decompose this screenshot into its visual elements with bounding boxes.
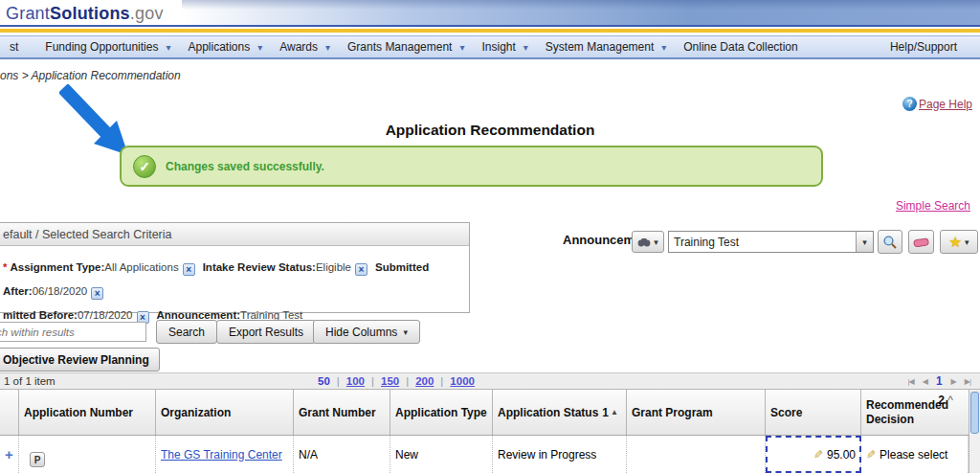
header-application-type[interactable]: Application Type: [390, 390, 493, 435]
table-scrollbar[interactable]: [969, 390, 980, 473]
breadcrumb: ons > Application Recommendation: [0, 69, 181, 82]
item-count: 1 of 1 item: [4, 375, 56, 387]
header-expander: [0, 390, 19, 435]
search-within-results-input[interactable]: [0, 322, 146, 342]
nav-item-online-data-collection[interactable]: Online Data Collection: [674, 40, 807, 54]
success-check-icon: ✓: [133, 155, 156, 178]
nav-item-awards[interactable]: Awards: [270, 40, 327, 54]
chip-value: 06/18/2020: [33, 285, 88, 297]
criteria-chip-list: *Assignment Type:All Applications×Intake…: [0, 246, 469, 327]
last-page-icon[interactable]: ▶|: [965, 377, 970, 386]
nav-item-fragment[interactable]: st: [0, 40, 28, 54]
recommended-decision-value: Please select: [880, 448, 947, 462]
nav-item-system-management[interactable]: System Management: [536, 40, 663, 54]
announcement-search-button[interactable]: [878, 230, 902, 254]
hide-columns-button[interactable]: Hide Columns▾: [313, 320, 420, 344]
recommended-decision-cell[interactable]: ✎Please select: [861, 436, 969, 473]
p-badge-button[interactable]: P: [30, 452, 45, 467]
pagination-bar: 1 of 1 item 50 | 100 | 150 | 200 | 1000 …: [0, 372, 980, 390]
separator: |: [440, 375, 443, 387]
page-help: ? Page Help: [902, 97, 972, 111]
first-page-icon[interactable]: |◀: [908, 377, 914, 386]
column-label: Grant Number: [299, 406, 376, 419]
chip-label: Assignment Type:: [10, 261, 104, 273]
table-header-row: Application Number Organization Grant Nu…: [0, 390, 969, 436]
select-dropdown-button[interactable]: ▾: [856, 232, 873, 252]
page-size-50[interactable]: 50: [318, 375, 330, 387]
announcement-favorites-button[interactable]: ★ ▾: [940, 230, 978, 254]
simple-search-link[interactable]: Simple Search: [896, 199, 970, 213]
edit-pencil-icon[interactable]: ✎: [866, 448, 876, 462]
results-table: Application Number Organization Grant Nu…: [0, 390, 980, 473]
column-label: Score: [770, 406, 802, 419]
chevron-down-icon[interactable]: ▾: [325, 42, 330, 53]
nav-item-applications[interactable]: Applications: [178, 40, 259, 54]
announcement-clear-button[interactable]: [908, 230, 934, 254]
binoculars-icon: [637, 237, 651, 247]
column-label: Organization: [161, 406, 231, 419]
chevron-down-icon: ▾: [403, 327, 408, 337]
remove-filter-icon[interactable]: ×: [91, 287, 103, 300]
grant-program-cell: [627, 436, 766, 473]
export-results-button[interactable]: Export Results: [216, 320, 316, 344]
criteria-panel-header: efault / Selected Search Criteria: [0, 223, 469, 246]
hide-columns-label: Hide Columns: [325, 326, 397, 339]
header-organization[interactable]: Organization: [156, 390, 294, 435]
chip-label: Intake Review Status:: [203, 261, 316, 273]
pager-controls: |◀ ◀ 1 ▶ ▶|: [908, 374, 970, 388]
chevron-down-icon[interactable]: ▾: [257, 42, 262, 53]
header-application-status[interactable]: Application Status1▲: [493, 390, 627, 435]
prev-page-icon[interactable]: ◀: [923, 377, 927, 386]
score-value: 95.00: [827, 448, 856, 462]
announcement-mode-button[interactable]: ▾: [632, 231, 664, 253]
chevron-down-icon[interactable]: ▾: [459, 42, 464, 53]
success-banner: ✓ Changes saved successfully.: [120, 146, 823, 187]
header-application-number[interactable]: Application Number: [19, 390, 156, 435]
remove-filter-icon[interactable]: ×: [355, 263, 368, 276]
organization-link[interactable]: The GS Training Center: [161, 448, 282, 462]
separator: |: [406, 375, 409, 387]
page-size-links: 50 | 100 | 150 | 200 | 1000: [318, 375, 475, 387]
sort-caret-icon: ^: [947, 394, 953, 407]
logo-gov: .gov: [130, 4, 164, 23]
nav-item-funding-opportunities[interactable]: Funding Opportunities: [35, 40, 167, 54]
objective-review-planning-button[interactable]: Objective Review Planning: [0, 348, 160, 372]
nav-item-help-support[interactable]: Help/Support: [880, 40, 967, 54]
expand-row-icon[interactable]: +: [5, 446, 13, 462]
announcement-select[interactable]: Training Test ▾: [668, 231, 874, 253]
page-size-1000[interactable]: 1000: [450, 375, 475, 387]
nav-item-grants-management[interactable]: Grants Management: [338, 40, 461, 54]
header-score[interactable]: Score: [766, 390, 861, 435]
chip-label: mitted Before:: [3, 309, 78, 321]
column-label: Application Number: [24, 406, 133, 419]
edit-pencil-icon[interactable]: ✎: [813, 448, 823, 462]
header-grant-program[interactable]: Grant Program: [627, 390, 766, 435]
chevron-down-icon[interactable]: ▾: [166, 42, 170, 53]
score-cell[interactable]: ✎95.00: [766, 436, 861, 473]
search-button[interactable]: Search: [156, 320, 217, 344]
next-page-icon[interactable]: ▶: [951, 377, 956, 386]
chevron-down-icon: ▾: [965, 237, 969, 247]
page-size-150[interactable]: 150: [381, 375, 399, 387]
search-criteria-panel: efault / Selected Search Criteria *Assig…: [0, 222, 470, 313]
chip-value: 07/18/2020: [78, 309, 133, 321]
gold-stripe: [0, 29, 980, 33]
logo-grant: Grant: [6, 4, 50, 23]
chevron-down-icon[interactable]: ▾: [661, 42, 666, 53]
application-number-cell: P: [19, 436, 156, 473]
star-icon: ★: [949, 234, 962, 251]
header-grant-number[interactable]: Grant Number: [294, 390, 390, 435]
chevron-down-icon: ▾: [862, 237, 867, 247]
application-recommendation-page: GrantSolutions.gov st Funding Opportunit…: [0, 0, 980, 473]
header-recommended-decision[interactable]: Recommended Decision2 ^: [861, 390, 969, 435]
nav-item-insight[interactable]: Insight: [472, 40, 524, 54]
page-size-200[interactable]: 200: [415, 375, 434, 387]
logo-solutions: Solutions: [50, 4, 130, 23]
page-help-link[interactable]: Page Help: [919, 98, 972, 111]
remove-filter-icon[interactable]: ×: [183, 263, 195, 276]
chevron-down-icon[interactable]: ▾: [523, 42, 528, 53]
scrollbar-thumb[interactable]: [970, 392, 979, 434]
page-size-100[interactable]: 100: [346, 375, 365, 387]
chip-value: Eligible: [316, 261, 351, 273]
help-globe-icon[interactable]: ?: [902, 97, 917, 111]
